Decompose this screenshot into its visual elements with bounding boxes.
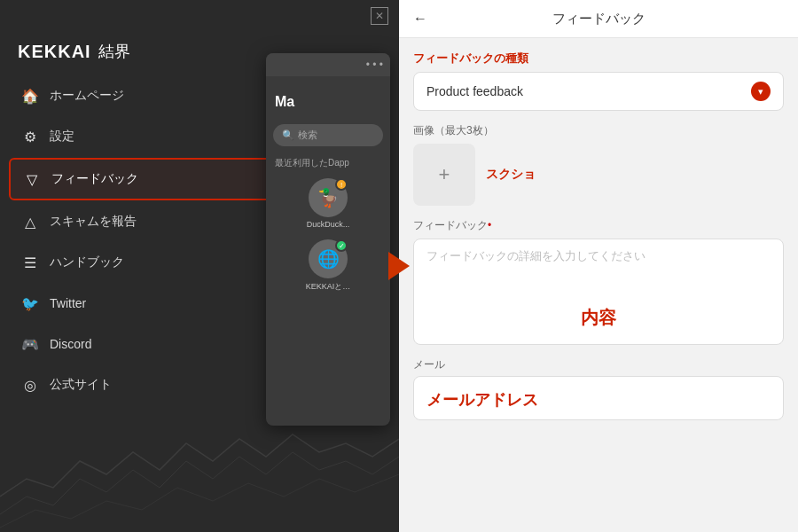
selected-feedback-type: Product feedback: [426, 84, 523, 98]
image-label: 画像（最大3枚）: [413, 123, 784, 138]
feedback-type-section: フィードバックの種類 Product feedback ▾: [413, 51, 784, 111]
feedback-nav-icon: ▽: [23, 170, 41, 188]
popup-topbar: • • •: [266, 53, 390, 76]
mail-section: メール メールアドレス: [413, 357, 784, 420]
nav-label-scam: スキャムを報告: [50, 214, 137, 230]
content-label: 内容: [414, 306, 783, 330]
popup-page-title: Ma: [266, 76, 390, 119]
mail-input[interactable]: メールアドレス: [413, 376, 784, 420]
twitter-icon: 🐦: [21, 294, 39, 312]
discord-icon: 🎮: [21, 335, 39, 353]
feedback-placeholder: フィードバックの詳細を入力してください: [426, 248, 645, 264]
popup-search-bar[interactable]: 🔍 検索: [273, 124, 383, 146]
screenshot-label: スクショ: [486, 167, 536, 183]
form-body: フィードバックの種類 Product feedback ▾ 画像（最大3枚） +…: [399, 38, 798, 532]
feedback-textarea[interactable]: フィードバックの詳細を入力してください 内容: [413, 239, 784, 345]
mail-label: メール: [413, 357, 784, 372]
dapp-section-label: 最近利用したDapp: [266, 152, 390, 173]
nav-label-website: 公式サイト: [50, 377, 112, 393]
feedback-type-select[interactable]: Product feedback ▾: [413, 72, 784, 111]
duckduck-badge: !: [335, 178, 348, 191]
browser-popup: • • • Ma 🔍 検索 最近利用したDapp 🦆 ! DuckDuck...…: [266, 53, 390, 426]
handbook-icon: ☰: [21, 254, 39, 271]
home-icon: 🏠: [21, 87, 39, 105]
popup-menu-icon: • • •: [366, 59, 383, 71]
nav-label-home: ホームページ: [50, 88, 124, 104]
duckduck-label: DuckDuck...: [307, 220, 350, 229]
kekkai-dapp-icon: 🌐 ✓: [309, 239, 348, 278]
feedback-field-label: フィードバック•: [413, 218, 784, 233]
right-panel: ← フィードバック フィードバックの種類 Product feedback ▾ …: [399, 0, 798, 532]
nav-label-handbook: ハンドブック: [50, 254, 124, 270]
kekkai-dapp-label: KEKKAIと…: [306, 281, 351, 293]
dapp-item-duckduck[interactable]: 🦆 ! DuckDuck...: [271, 173, 385, 234]
nav-label-feedback: フィードバック: [51, 171, 138, 187]
dapp-list: 🦆 ! DuckDuck... 🌐 ✓ KEKKAIと…: [266, 173, 390, 298]
nav-label-settings: 設定: [50, 129, 74, 145]
close-button[interactable]: ✕: [371, 7, 388, 25]
kekkai-badge: ✓: [335, 239, 348, 252]
image-section: 画像（最大3枚） + スクショ: [413, 123, 784, 206]
scam-icon: △: [21, 213, 39, 231]
logo-kekkai: KEKKAI: [18, 42, 91, 62]
arrow-right: [388, 252, 410, 280]
website-icon: ◎: [21, 376, 39, 394]
feedback-text-section: フィードバック• フィードバックの詳細を入力してください 内容: [413, 218, 784, 345]
image-row: + スクショ: [413, 144, 784, 206]
header-title: フィードバック: [552, 11, 645, 27]
wave-decoration: [0, 426, 399, 532]
dapp-item-kekkai[interactable]: 🌐 ✓ KEKKAIと…: [271, 234, 385, 298]
nav-label-discord: Discord: [50, 337, 91, 351]
mail-big-label: メールアドレス: [426, 389, 771, 411]
top-bar: ✕: [0, 0, 399, 32]
search-placeholder: 検索: [298, 129, 317, 142]
back-button[interactable]: ←: [413, 11, 427, 27]
feedback-type-label: フィードバックの種類: [413, 51, 784, 66]
search-icon: 🔍: [282, 129, 294, 141]
settings-icon: ⚙: [21, 128, 39, 145]
chevron-down-icon: ▾: [751, 82, 771, 101]
logo-kanji: 結界: [98, 41, 130, 62]
left-panel: ✕ KEKKAI 結界 🏠 ホームページ ⚙ 設定 ▽ フィードバック △ スキ…: [0, 0, 399, 532]
duckduck-icon: 🦆 !: [309, 178, 348, 217]
right-header: ← フィードバック: [399, 0, 798, 38]
add-image-button[interactable]: +: [413, 144, 475, 206]
nav-label-twitter: Twitter: [50, 296, 86, 310]
